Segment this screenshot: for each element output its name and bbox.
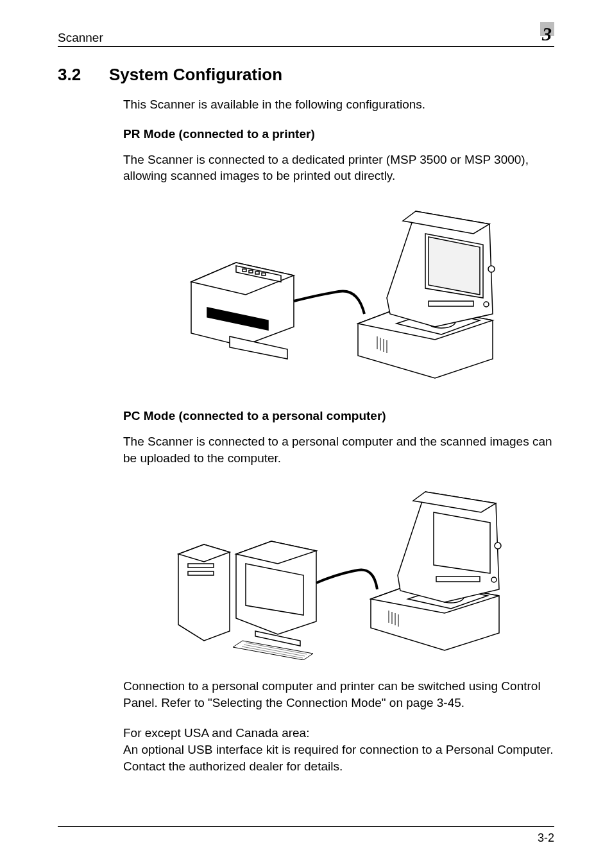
svg-rect-9: [429, 301, 473, 306]
pc-mode-text: The Scanner is connected to a personal c…: [123, 433, 554, 466]
svg-rect-22: [436, 577, 480, 582]
pc-scanner-illustration: [159, 480, 518, 660]
section-title: System Configuration: [109, 65, 282, 85]
pc-mode-heading: PC Mode (connected to a personal compute…: [123, 409, 554, 423]
pr-mode-figure: [123, 198, 554, 391]
svg-rect-12: [188, 564, 214, 568]
connection-note: Connection to a personal computer and pr…: [123, 678, 554, 711]
chapter-badge: 3: [531, 24, 554, 45]
svg-rect-0: [242, 269, 246, 272]
svg-rect-13: [188, 571, 214, 575]
svg-point-11: [488, 266, 495, 272]
svg-rect-3: [262, 273, 266, 275]
header-section-name: Scanner: [58, 31, 103, 45]
chapter-number: 3: [542, 23, 552, 45]
svg-point-23: [491, 577, 497, 582]
svg-point-10: [484, 302, 489, 307]
page-header: Scanner 3: [58, 24, 554, 47]
intro-text: This Scanner is available in the followi…: [123, 96, 554, 113]
pc-mode-figure: [123, 480, 554, 660]
printer-scanner-illustration: [172, 198, 506, 391]
svg-rect-1: [249, 270, 253, 273]
section-heading: 3.2 System Configuration: [58, 65, 554, 85]
footer-rule: [58, 826, 554, 827]
pr-mode-heading: PR Mode (connected to a printer): [123, 127, 554, 141]
svg-point-24: [495, 542, 501, 549]
pr-mode-text: The Scanner is connected to a dedicated …: [123, 152, 554, 184]
svg-rect-2: [255, 272, 259, 274]
page-number: 3-2: [538, 831, 554, 845]
section-number: 3.2: [58, 65, 109, 85]
region-note: For except USA and Canada area: An optio…: [123, 725, 554, 774]
